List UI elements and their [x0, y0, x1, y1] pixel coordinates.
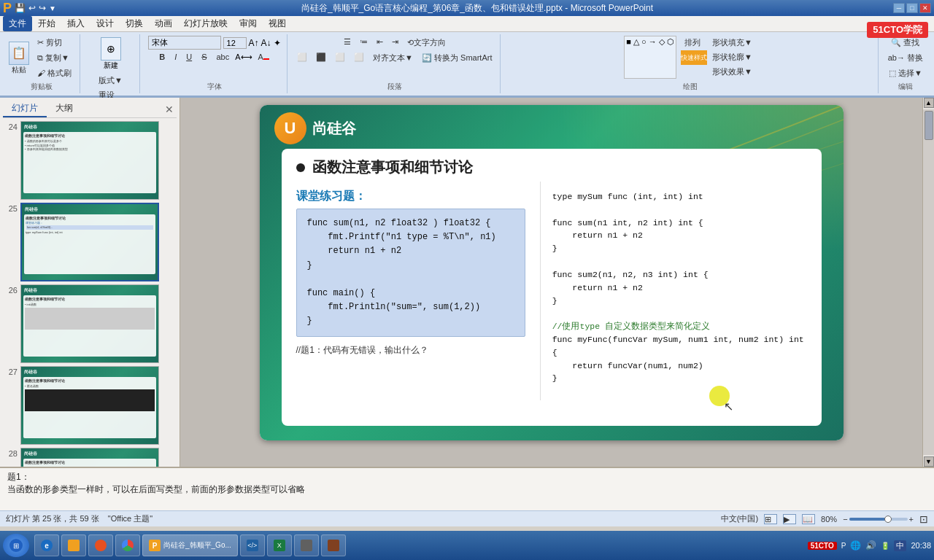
panel-close-button[interactable]: ✕ — [162, 104, 177, 115]
window-controls[interactable]: ─ □ ✕ — [893, 3, 931, 13]
font-color-button[interactable]: A — [255, 51, 273, 63]
tray-network[interactable]: 🌐 — [850, 540, 861, 551]
explorer-button[interactable] — [61, 534, 86, 556]
slide-image-25[interactable]: 尚硅谷 函数注意事项和细节讨论 课堂练习题： func sum(n1, n2 f… — [20, 203, 159, 281]
customize-icon[interactable]: ▼ — [49, 4, 56, 12]
tray-volume[interactable]: 🔊 — [865, 540, 876, 551]
strikethrough-button[interactable]: S — [198, 51, 210, 63]
char-spacing-button[interactable]: A⟷ — [235, 52, 252, 62]
vscode-button[interactable]: </> — [240, 534, 265, 556]
view-normal-button[interactable]: ⊞ — [764, 514, 777, 524]
underline-button[interactable]: U — [182, 51, 196, 63]
status-bar: 幻灯片 第 25 张，共 59 张 "Office 主题" 中文(中国) ⊞ ▶… — [0, 510, 934, 526]
menu-home[interactable]: 开始 — [32, 16, 61, 31]
menu-review[interactable]: 审阅 — [234, 16, 263, 31]
tray-51cto[interactable]: 51CTO — [808, 542, 837, 550]
input-method[interactable]: 中 — [894, 540, 906, 551]
start-button[interactable]: ⊞ — [3, 534, 29, 557]
slide-image-26[interactable]: 尚硅谷 函数注意事项和细节讨论 • init函数 — [20, 284, 159, 363]
new-slide-button[interactable]: ⊕ 新建 — [99, 36, 123, 72]
redo-icon[interactable]: ↪ — [39, 3, 46, 13]
slide-thumb-24[interactable]: 24 尚硅谷 函数注意事项和细节讨论 • 函数的形参列表可以是多个• retur… — [3, 121, 177, 200]
zoom-slider[interactable]: − + — [843, 515, 914, 524]
undo-icon[interactable]: ↩ — [28, 3, 36, 13]
indent-decrease-button[interactable]: ⇤ — [373, 36, 387, 50]
layout-button[interactable]: 版式▼ — [95, 74, 126, 88]
paste-button[interactable]: 📋 粘贴 — [7, 40, 31, 77]
maximize-button[interactable]: □ — [906, 3, 918, 13]
tray-battery[interactable]: 🔋 — [881, 542, 889, 550]
shape-fill-button[interactable]: 形状填充▼ — [709, 36, 756, 50]
menu-transition[interactable]: 切换 — [120, 16, 149, 31]
view-reading-button[interactable]: 📖 — [802, 514, 815, 524]
ie-button[interactable]: e — [34, 534, 59, 556]
menu-animation[interactable]: 动画 — [149, 16, 178, 31]
firefox-button[interactable] — [88, 534, 113, 556]
indent-increase-button[interactable]: ⇥ — [388, 36, 402, 50]
slide-thumb-25[interactable]: 25 尚硅谷 函数注意事项和细节讨论 课堂练习题： func sum(n1, n… — [3, 203, 177, 281]
shapes-area[interactable]: ■ △ ○ → ◇ ⬡ — [624, 36, 676, 79]
menu-slideshow[interactable]: 幻灯片放映 — [178, 16, 234, 31]
cut-button[interactable]: ✂ 剪切 — [34, 36, 75, 50]
slide-image-28[interactable]: 尚硅谷 函数注意事项和细节讨论 — [20, 448, 159, 467]
extra-button-2[interactable] — [321, 534, 346, 556]
select-button[interactable]: ⬚ 选择▼ — [885, 66, 926, 80]
quick-access-toolbar[interactable]: P 💾 ↩ ↪ ▼ — [3, 1, 61, 16]
view-slide-button[interactable]: ▶ — [783, 514, 796, 524]
format-painter-button[interactable]: 🖌 格式刷 — [34, 66, 75, 80]
shadow-button[interactable]: abc — [213, 51, 234, 63]
menu-view[interactable]: 视图 — [263, 16, 292, 31]
smartart-button[interactable]: 🔄 转换为 SmartArt — [418, 51, 496, 65]
tray-ppt[interactable]: P — [841, 542, 846, 550]
tab-outline[interactable]: 大纲 — [47, 101, 82, 117]
scroll-down-button[interactable]: ▼ — [924, 456, 934, 467]
align-text-button[interactable]: 对齐文本▼ — [369, 51, 417, 65]
menu-file[interactable]: 文件 — [3, 16, 32, 31]
font-size-input[interactable]: 12 — [223, 37, 247, 49]
quick-style-button[interactable]: 快速样式 — [681, 50, 707, 65]
zoom-handle[interactable] — [884, 516, 892, 523]
align-right-button[interactable]: ⬜ — [331, 51, 349, 65]
menu-insert[interactable]: 插入 — [61, 16, 90, 31]
clear-format-button[interactable]: ✦ — [274, 38, 281, 48]
svg-text:⊞: ⊞ — [13, 542, 19, 550]
justify-button[interactable]: ⬜ — [350, 51, 368, 65]
save-icon[interactable]: 💾 — [15, 3, 26, 13]
fit-slide-button[interactable]: ⊡ — [919, 513, 928, 525]
num-list-button[interactable]: ≔ — [356, 36, 371, 50]
increase-font-button[interactable]: A↑ — [249, 38, 259, 48]
powerpoint-button[interactable]: P 尚硅谷_韩顺平_Go... — [142, 534, 238, 556]
slide-image-24[interactable]: 尚硅谷 函数注意事项和细节讨论 • 函数的形参列表可以是多个• return可以… — [20, 121, 159, 200]
italic-button[interactable]: I — [171, 51, 180, 63]
shape-outline-button[interactable]: 形状轮廓▼ — [709, 50, 756, 64]
bold-button[interactable]: B — [155, 51, 169, 63]
shape-effect-button[interactable]: 形状效果▼ — [709, 65, 756, 79]
scroll-track[interactable] — [923, 109, 934, 455]
extra-button-1[interactable] — [294, 534, 319, 556]
menu-design[interactable]: 设计 — [90, 16, 120, 31]
minimize-button[interactable]: ─ — [893, 3, 905, 13]
slide-image-27[interactable]: 尚硅谷 函数注意事项和细节讨论 • 匿名函数 — [20, 366, 159, 445]
arrange-button[interactable]: 排列 — [681, 36, 707, 50]
slide-thumb-26[interactable]: 26 尚硅谷 函数注意事项和细节讨论 • init函数 — [3, 284, 177, 363]
main-area: 幻灯片 大纲 ✕ 24 尚硅谷 函数注意事项和细节讨论 • 函数的形参列表可以是… — [0, 98, 934, 467]
right-scrollbar[interactable]: ▲ ▼ — [922, 98, 934, 467]
chrome-button[interactable] — [115, 534, 140, 556]
slide-thumb-28[interactable]: 28 尚硅谷 函数注意事项和细节讨论 — [3, 448, 177, 467]
align-left-button[interactable]: ⬜ — [293, 51, 311, 65]
slide-thumb-27[interactable]: 27 尚硅谷 函数注意事项和细节讨论 • 匿名函数 — [3, 366, 177, 445]
font-name-input[interactable]: 宋体 — [148, 36, 221, 50]
text-direction-button[interactable]: ⟲文字方向 — [404, 36, 449, 50]
decrease-font-button[interactable]: A↓ — [261, 38, 271, 48]
excel-button[interactable]: X — [267, 534, 292, 556]
replace-button[interactable]: ab→ 替换 — [884, 51, 927, 65]
scroll-up-button[interactable]: ▲ — [924, 98, 934, 108]
list-button[interactable]: ☰ — [340, 36, 355, 50]
copy-button[interactable]: ⧉ 复制▼ — [34, 51, 75, 65]
tab-slides[interactable]: 幻灯片 — [3, 101, 47, 117]
align-center-button[interactable]: ⬛ — [312, 51, 330, 65]
slide-canvas[interactable]: U 尚硅谷 函数注意事项和细节讨论 课堂练习题： func sum(n1, n2… — [260, 105, 844, 440]
close-button[interactable]: ✕ — [919, 3, 931, 13]
drawing-group: ■ △ ○ → ◇ ⬡ 排列 快速样式 形状填充▼ 形状轮廓▼ 形状效果▼ 绘图 — [502, 34, 878, 93]
scroll-thumb[interactable] — [925, 111, 933, 140]
